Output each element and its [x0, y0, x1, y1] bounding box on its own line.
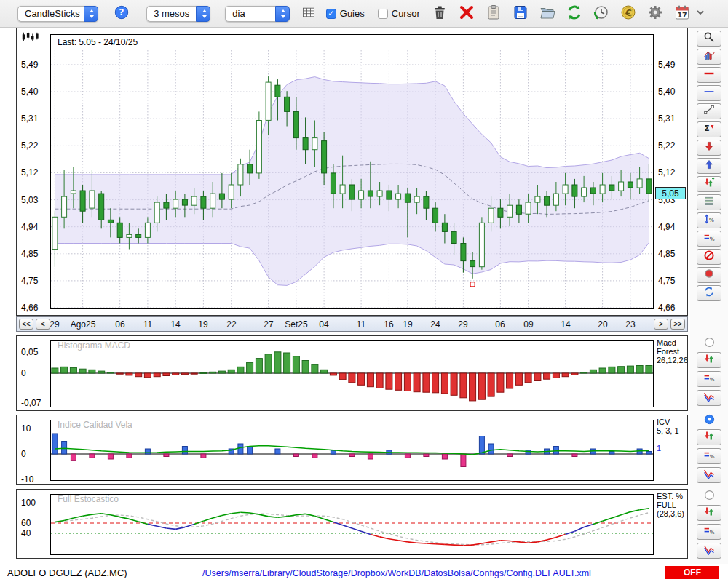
help-button[interactable]: ? — [113, 4, 130, 24]
stoch-arrows-redgreen-button[interactable] — [697, 505, 721, 521]
price-axis-label: 4,66 — [658, 303, 675, 313]
data-table-button[interactable] — [300, 4, 317, 24]
indicator-axis-label: -10 — [21, 474, 33, 485]
config-path-link[interactable]: /Users/mserra/Library/CloudStorage/Dropb… — [146, 568, 648, 578]
price-axis-label: 4,85 — [658, 249, 675, 259]
svg-text:Σ: Σ — [705, 124, 710, 132]
date-tick-label: 06 — [484, 319, 516, 330]
icv-info-params: 5, 3, 1 — [657, 426, 679, 435]
date-tick-label: 09 — [513, 319, 545, 330]
cursor-checkbox-box[interactable] — [378, 9, 388, 19]
euro-button[interactable]: € — [619, 4, 638, 24]
macd-arrows-redgreen-button[interactable] — [697, 352, 721, 368]
price-axis-label: 4,75 — [21, 276, 38, 286]
save-icon — [512, 4, 529, 24]
indicator-axis-label: 0,05 — [21, 347, 38, 357]
guies-checkbox-box[interactable]: ✓ — [326, 9, 336, 19]
sigma-icon: Σ — [703, 122, 716, 137]
delete-x-button[interactable] — [457, 4, 476, 24]
svg-text:17: 17 — [677, 10, 687, 18]
collapse-toolbar-button[interactable] — [692, 4, 709, 24]
price-axis-label: 5,22 — [21, 140, 38, 151]
range-dropdown[interactable]: 3 mesos — [146, 6, 210, 22]
stochastic-chart[interactable] — [50, 494, 654, 558]
gear-button[interactable] — [646, 4, 665, 24]
off-indicator[interactable]: OFF — [665, 566, 719, 579]
scroll-next-button[interactable]: > — [654, 319, 668, 330]
help-icon: ? — [114, 4, 130, 23]
distribution-tool-button[interactable] — [697, 49, 721, 65]
stoch-radio-button[interactable] — [703, 490, 715, 502]
cursor-checkbox[interactable]: Cursor — [378, 8, 420, 19]
icv-radio-button[interactable] — [703, 415, 715, 426]
date-tick-label: 04 — [308, 319, 340, 330]
guies-checkbox[interactable]: ✓ Guies — [326, 8, 365, 19]
history-button[interactable] — [592, 4, 611, 24]
no-entry-tool-button[interactable] — [697, 249, 721, 265]
save-button[interactable] — [511, 4, 530, 24]
arrow-down-red-tool-button[interactable] — [697, 140, 721, 156]
svg-text:€: € — [625, 7, 632, 17]
price-axis-label: 4,94 — [658, 222, 675, 232]
toolbar-icon-group: €17 — [430, 4, 692, 24]
rows-icon — [703, 195, 716, 210]
svg-text:%: % — [710, 236, 715, 242]
sync-tool-button[interactable] — [697, 285, 721, 301]
record-icon — [703, 268, 716, 282]
arrows-plus-icon — [703, 177, 716, 191]
folder-open-button[interactable] — [538, 4, 557, 24]
chevron-down-icon — [695, 7, 706, 21]
date-tick-label: 29 — [39, 319, 71, 330]
macd-eq-percent-button[interactable]: % — [697, 371, 721, 387]
icv-chart[interactable] — [50, 420, 654, 484]
interval-dropdown[interactable]: dia — [225, 6, 289, 22]
hline-blue-tool-button[interactable] — [697, 85, 721, 101]
refresh-button[interactable] — [565, 4, 584, 24]
magnifier-icon — [703, 31, 716, 46]
macd-histogram[interactable] — [50, 340, 654, 410]
arrow-up-blue-tool-button[interactable] — [697, 158, 721, 174]
svg-text:%: % — [710, 376, 715, 383]
svg-text:?: ? — [119, 7, 124, 17]
macd-info-line: Macd — [657, 338, 676, 347]
magnifier-tool-button[interactable] — [697, 31, 721, 47]
macd-radio-button[interactable] — [703, 338, 715, 349]
record-tool-button[interactable] — [697, 267, 721, 283]
app-window: CandleSticks ? 3 mesos dia ✓ Guies Curso… — [0, 0, 728, 582]
indicator-axis-label: 0 — [21, 368, 26, 378]
date-tick-label: 23 — [614, 319, 646, 330]
hline-red-icon — [703, 68, 716, 82]
trendline-tool-button[interactable] — [697, 103, 721, 119]
price-axis-label: 4,85 — [21, 249, 38, 259]
updown-percent-tool-button[interactable]: % — [697, 212, 721, 228]
svg-text:%: % — [710, 529, 715, 535]
range-value: 3 mesos — [154, 8, 189, 19]
rows-tool-button[interactable] — [697, 194, 721, 210]
toolbar: CandleSticks ? 3 mesos dia ✓ Guies Curso… — [0, 0, 728, 28]
hline-red-tool-button[interactable] — [697, 67, 721, 83]
icv-info-line: ICV — [657, 418, 670, 426]
icv-arrows-redgreen-button[interactable] — [697, 429, 721, 445]
scroll-last-button[interactable]: >> — [670, 319, 685, 330]
candlestick-chart[interactable] — [50, 34, 654, 312]
date-navigation-bar: << < 29Ago25061114192227Set2504111619242… — [16, 316, 688, 332]
calendar-button[interactable]: 17 — [673, 4, 692, 24]
eq-percent-tool-button[interactable]: % — [697, 231, 721, 247]
trash-button[interactable] — [430, 4, 449, 24]
stoch-info-params: (28,3,6) — [657, 509, 684, 518]
eq-percent-icon: % — [703, 372, 716, 386]
scroll-first-button[interactable]: << — [19, 319, 33, 330]
stoch-zigzag-button[interactable] — [697, 543, 721, 559]
clipboard-button[interactable] — [484, 4, 503, 24]
icv-eq-percent-button[interactable]: % — [697, 448, 721, 464]
date-tick-label: Ago25 — [67, 319, 99, 330]
arrows-redgreen-icon — [703, 430, 716, 445]
icv-panel: Indice Calidad Vela ICV 5, 3, 1 1 100-10 — [16, 415, 688, 485]
arrows-plus-tool-button[interactable] — [697, 176, 721, 192]
sigma-tool-button[interactable]: Σ — [697, 121, 721, 137]
macd-zigzag-button[interactable] — [697, 390, 721, 406]
data-table-icon — [301, 5, 317, 23]
chart-type-dropdown[interactable]: CandleSticks — [17, 6, 98, 22]
icv-zigzag-button[interactable] — [697, 467, 721, 483]
stoch-eq-percent-button[interactable]: % — [697, 524, 721, 540]
